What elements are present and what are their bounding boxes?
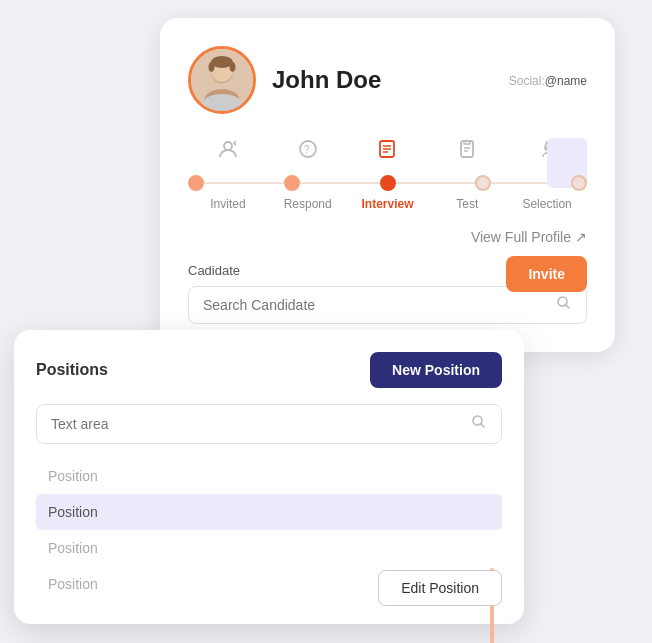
steps-labels: Invited Respond Interview Test Selection [188, 197, 587, 211]
invite-button[interactable]: Invite [506, 256, 587, 292]
interview-icon [376, 138, 398, 165]
step-invited [188, 138, 268, 169]
new-position-button[interactable]: New Position [370, 352, 502, 388]
label-interview: Interview [348, 197, 428, 211]
line-2 [300, 182, 380, 184]
list-item[interactable]: Position [36, 458, 502, 494]
profile-card: John Doe Social:@name [160, 18, 615, 352]
dot-invited [188, 175, 204, 191]
test-icon [456, 138, 478, 165]
positions-search-icon [471, 414, 487, 434]
search-icon [556, 295, 572, 315]
profile-name: John Doe [272, 66, 509, 94]
line-1 [204, 182, 284, 184]
positions-title: Positions [36, 361, 108, 379]
step-test [427, 138, 507, 169]
dot-respond [284, 175, 300, 191]
candidate-search-input[interactable] [203, 297, 556, 313]
view-full-profile-link[interactable]: View Full Profile ↗ [188, 229, 587, 245]
steps-line [188, 175, 587, 191]
label-selection: Selection [507, 197, 587, 211]
svg-text:?: ? [304, 144, 310, 155]
step-interview [348, 138, 428, 169]
label-test: Test [427, 197, 507, 211]
svg-point-8 [224, 142, 232, 150]
avatar [188, 46, 256, 114]
label-respond: Respond [268, 197, 348, 211]
label-invited: Invited [188, 197, 268, 211]
svg-point-6 [209, 62, 215, 72]
step-respond: ? [268, 138, 348, 169]
svg-point-7 [230, 62, 236, 72]
dot-test [475, 175, 491, 191]
dot-selection [571, 175, 587, 191]
list-item[interactable]: Position [36, 530, 502, 566]
positions-search-input[interactable] [51, 416, 471, 432]
steps-icons: ? [188, 138, 587, 169]
profile-header: John Doe Social:@name [188, 46, 587, 114]
edit-position-button[interactable]: Edit Position [378, 570, 502, 606]
positions-card: Positions New Position Position Position… [14, 330, 524, 624]
respond-icon: ? [297, 138, 319, 165]
social-label: Social:@name [509, 74, 587, 88]
invited-icon [217, 138, 239, 165]
positions-search-box [36, 404, 502, 444]
steps-container: ? [188, 138, 587, 211]
dot-interview [380, 175, 396, 191]
line-3 [396, 182, 476, 184]
list-item[interactable]: Position [36, 494, 502, 530]
positions-header: Positions New Position [36, 352, 502, 388]
external-link-icon: ↗ [575, 229, 587, 245]
